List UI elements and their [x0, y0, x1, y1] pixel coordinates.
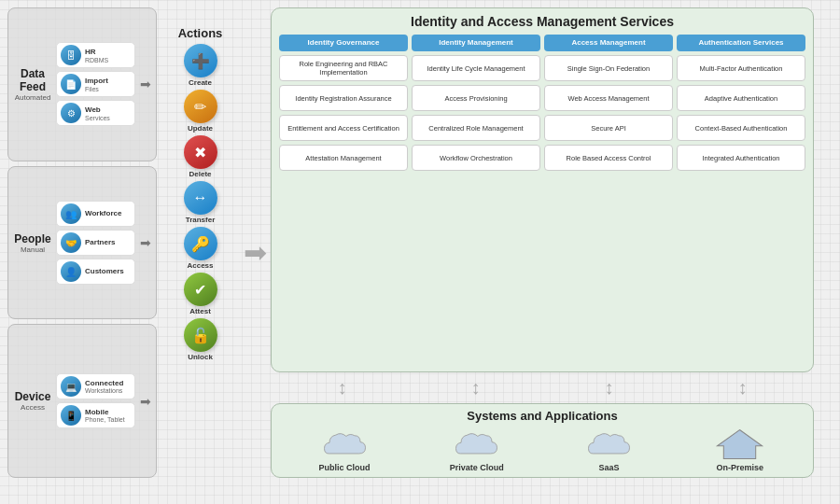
cloud-item-private-cloud: Private Cloud: [450, 427, 504, 472]
arrow-1: ↕: [338, 377, 347, 399]
iam-cell: Adaptive Authentication: [677, 85, 805, 111]
item-row: 🤝Partners: [56, 230, 135, 256]
actions-title: Actions: [161, 26, 240, 40]
iam-col-header: Access Management: [544, 35, 673, 51]
action-item-update: ✏Update: [184, 90, 217, 133]
cloud-icon-public-cloud: [319, 427, 371, 462]
item-icon: 🤝: [61, 232, 81, 253]
action-icon-transfer: ↔: [184, 181, 217, 215]
cloud-icon-on-premise: [714, 427, 765, 462]
group-title-device: DeviceAccess: [13, 390, 52, 412]
iam-cell: Identity Life Cycle Management: [412, 55, 540, 81]
item-label: Workforce: [85, 209, 121, 218]
action-item-transfer: ↔Transfer: [184, 181, 217, 224]
item-icon: 📱: [61, 405, 81, 426]
action-icon-access: 🔑: [184, 227, 217, 260]
item-label: Partners: [85, 238, 115, 247]
action-item-delete: ✖Delete: [184, 135, 217, 178]
iam-cell: Web Access Management: [544, 85, 673, 111]
iam-cell: Access Provisioning: [412, 85, 540, 111]
items-stack-people: 👥Workforce🤝Partners👤Customers: [56, 201, 135, 285]
source-group-data-feed: DataFeedAutomated🗄HRRDBMS📄ImportFiles⚙We…: [7, 7, 157, 161]
action-label-create: Create: [189, 78, 212, 87]
item-icon: 📄: [61, 74, 81, 94]
item-icon: 👥: [61, 203, 81, 224]
items-arrow-device: 💻ConnectedWorkstations📱MobilePhone, Tabl…: [56, 373, 151, 428]
iam-cell: Entitlement and Access Certification: [279, 115, 408, 141]
cloud-icon-saas: [583, 427, 635, 462]
cloud-label-public-cloud: Public Cloud: [319, 463, 371, 472]
item-sublabel: Phone, Tablet: [85, 416, 125, 423]
arrow-4: ↕: [738, 377, 748, 399]
iam-cell: Role Engineering and RBAC Implementation: [279, 55, 408, 81]
systems-title: Systems and Applications: [279, 409, 805, 423]
item-label: Mobile: [85, 408, 125, 417]
item-sublabel: Workstations: [85, 387, 123, 394]
systems-box: Systems and Applications Public CloudPri…: [271, 403, 814, 478]
iam-cell: Identity Registration Assurance: [279, 85, 408, 111]
item-row: 💻ConnectedWorkstations: [56, 373, 135, 399]
iam-cell: Centralized Role Management: [412, 115, 540, 141]
iam-cell: Secure API: [544, 115, 673, 141]
item-icon: 🗄: [61, 45, 81, 65]
item-row: ⚙WebServices: [56, 100, 135, 126]
iam-box: Identity and Access Management Services …: [271, 7, 814, 372]
group-arrow-data-feed: ➡: [140, 77, 151, 91]
action-label-access: Access: [187, 261, 213, 270]
item-label: HR: [85, 48, 108, 57]
item-row: 🗄HRRDBMS: [56, 42, 135, 68]
actions-list: ➕Create✏Update✖Delete↔Transfer🔑Access✔At…: [161, 44, 240, 361]
action-label-attest: Attest: [189, 307, 211, 315]
action-item-attest: ✔Attest: [184, 273, 217, 315]
action-label-transfer: Transfer: [186, 216, 216, 224]
item-icon: ⚙: [61, 103, 81, 123]
iam-col-header: Authentication Services: [677, 35, 805, 51]
group-title-data-feed: DataFeedAutomated: [13, 67, 52, 102]
iam-cell: Context-Based Authentication: [677, 115, 805, 141]
action-item-unlock: 🔓Unlock: [184, 318, 217, 361]
iam-title: Identity and Access Management Services: [279, 14, 805, 29]
action-item-create: ➕Create: [184, 44, 217, 87]
iam-col-header: Identity Governance: [279, 35, 408, 51]
item-row: 👥Workforce: [56, 201, 135, 227]
items-arrow-data-feed: 🗄HRRDBMS📄ImportFiles⚙WebServices➡: [56, 42, 151, 126]
action-icon-attest: ✔: [184, 273, 217, 306]
source-group-people: PeopleManual👥Workforce🤝Partners👤Customer…: [7, 166, 157, 320]
iam-cell: Single Sign-On Federation: [544, 55, 673, 81]
item-icon: 👤: [61, 261, 81, 282]
action-label-unlock: Unlock: [188, 353, 213, 361]
vertical-arrows: ↕ ↕ ↕ ↕: [271, 377, 814, 399]
items-arrow-people: 👥Workforce🤝Partners👤Customers➡: [56, 201, 151, 285]
item-sublabel: Files: [85, 86, 108, 92]
action-item-access: 🔑Access: [184, 227, 217, 270]
cloud-icon-private-cloud: [451, 427, 502, 462]
action-icon-unlock: 🔓: [184, 318, 217, 352]
cloud-item-public-cloud: Public Cloud: [319, 427, 371, 472]
cloud-item-on-premise: On-Premise: [714, 427, 765, 472]
item-row: 📄ImportFiles: [56, 71, 135, 97]
arrow-2: ↕: [471, 377, 481, 399]
items-stack-data-feed: 🗄HRRDBMS📄ImportFiles⚙WebServices: [56, 42, 135, 126]
source-group-device: DeviceAccess💻ConnectedWorkstations📱Mobil…: [7, 324, 157, 478]
group-arrow-people: ➡: [140, 235, 151, 250]
actions-section: Actions ➕Create✏Update✖Delete↔Transfer🔑A…: [161, 7, 240, 478]
item-label: Connected: [85, 379, 123, 388]
iam-grid: Identity GovernanceIdentity ManagementAc…: [279, 35, 805, 171]
item-row: 👤Customers: [56, 259, 135, 285]
item-sublabel: RDBMS: [85, 57, 108, 63]
cloud-label-private-cloud: Private Cloud: [450, 463, 504, 472]
item-icon: 💻: [61, 376, 81, 397]
item-sublabel: Services: [85, 115, 110, 121]
item-label: Customers: [85, 267, 124, 276]
clouds-row: Public CloudPrivate CloudSaaSOn-Premise: [279, 427, 805, 472]
svg-marker-0: [718, 430, 763, 459]
iam-cell: Role Based Access Control: [544, 145, 673, 171]
iam-cell: Workflow Orchestration: [412, 145, 540, 171]
action-icon-update: ✏: [184, 90, 217, 123]
action-icon-create: ➕: [184, 44, 217, 77]
iam-cell: Attestation Management: [279, 145, 408, 171]
items-stack-device: 💻ConnectedWorkstations📱MobilePhone, Tabl…: [56, 373, 135, 428]
iam-cell: Multi-Factor Authentication: [677, 55, 805, 81]
left-section: DataFeedAutomated🗄HRRDBMS📄ImportFiles⚙We…: [7, 7, 157, 478]
mid-to-right-arrow: ➡: [244, 26, 267, 478]
